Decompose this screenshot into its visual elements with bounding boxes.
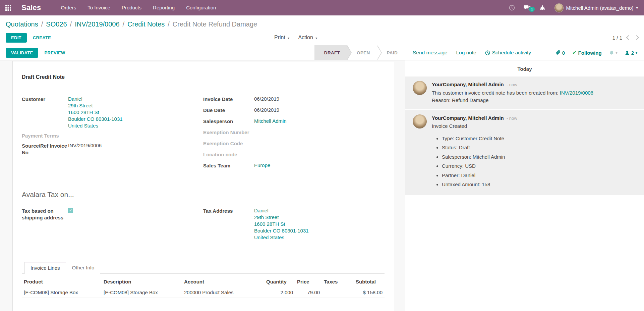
list-item: Type: Customer Credit Note (442, 135, 517, 143)
cell-account[interactable]: 200000 Product Sales (182, 287, 264, 298)
menu-orders[interactable]: Orders (55, 0, 82, 15)
user-name: Mitchell Admin (avatax_demo) (566, 5, 634, 11)
message-time: - now (507, 82, 517, 87)
notebook-tabs: Invoice Lines Other Info (22, 261, 385, 274)
tax-address-line[interactable]: Boulder CO 80301-1031 (254, 227, 309, 234)
document-title: Draft Credit Note (22, 74, 385, 80)
preview-button[interactable]: PREVIEW (44, 50, 65, 55)
follower-count: 2 (631, 50, 634, 56)
cell-taxes[interactable] (322, 287, 354, 298)
tab-invoice-lines[interactable]: Invoice Lines (24, 262, 66, 274)
followers-button[interactable]: 2 ▾ (625, 50, 637, 56)
pager-next-icon[interactable] (634, 35, 639, 40)
attachments-button[interactable]: 0 (556, 50, 565, 56)
print-dropdown[interactable]: Print ▾ (274, 35, 289, 41)
message-author[interactable]: YourCompany, Mitchell Admin (432, 82, 504, 87)
col-header-taxes[interactable]: Taxes (322, 276, 354, 287)
cell-description[interactable]: [E-COM08] Storage Box (102, 287, 182, 298)
breadcrumb-quotations[interactable]: Quotations (6, 20, 38, 28)
form-sheet: Draft Credit Note Customer Daniel 29th S… (12, 61, 394, 311)
following-button[interactable]: ✔ Following (572, 50, 602, 56)
debug-bug-icon[interactable] (535, 5, 550, 11)
tax-address-line[interactable]: 29th Street (254, 214, 309, 221)
message-count-badge: 1 (529, 7, 534, 12)
tax-address-value: Daniel 29th Street 1600 28TH St Boulder … (254, 207, 309, 241)
tax-address-line[interactable]: 1600 28TH St (254, 221, 309, 227)
chevron-down-icon: ▾ (616, 51, 618, 55)
table-row[interactable]: [E-COM08] Storage Box [E-COM08] Storage … (22, 287, 385, 298)
customer-name-link[interactable]: Daniel (68, 96, 123, 102)
chatter-panel: Send message Log note Schedule activity … (405, 45, 644, 311)
customer-address-line[interactable]: Boulder CO 80301-1031 (68, 116, 123, 122)
person-icon (625, 50, 630, 55)
list-item: Untaxed Amount: 158 (442, 181, 517, 189)
tax-address-label: Tax Address (203, 207, 254, 241)
list-item: Currency: USD (442, 162, 517, 170)
col-header-price[interactable]: Price (295, 276, 322, 287)
col-header-product[interactable]: Product (22, 276, 102, 287)
menu-to-invoice[interactable]: To Invoice (82, 0, 116, 15)
invoice-date-value[interactable]: 06/20/2019 (254, 96, 279, 103)
col-header-quantity[interactable]: Quantity (264, 276, 295, 287)
cell-product[interactable]: [E-COM08] Storage Box (22, 287, 102, 298)
col-header-description[interactable]: Description (102, 276, 182, 287)
customer-value: Daniel 29th Street 1600 28TH St Boulder … (68, 96, 123, 129)
tab-other-info[interactable]: Other Info (66, 262, 101, 274)
attachment-count: 0 (562, 50, 565, 56)
sales-team-label: Sales Team (203, 162, 254, 169)
bell-icon (609, 50, 614, 55)
validate-button[interactable]: VALIDATE (6, 48, 38, 58)
cell-quantity[interactable]: 2.000 (264, 287, 295, 298)
col-header-account[interactable]: Account (182, 276, 264, 287)
tax-shipping-checkbox[interactable]: ✓ (68, 208, 73, 213)
sales-team-link[interactable]: Europe (254, 162, 270, 169)
messages-icon[interactable]: 1 (519, 5, 535, 11)
menu-reporting[interactable]: Reporting (147, 0, 180, 15)
paperclip-icon (556, 50, 561, 55)
notify-bell-button[interactable]: ▾ (609, 50, 618, 55)
chevron-down-icon: ▾ (636, 51, 637, 55)
pager-previous-icon[interactable] (626, 35, 631, 40)
schedule-activity-button[interactable]: Schedule activity (485, 50, 531, 56)
source-ref-value: INV/2019/0006 (68, 142, 102, 156)
activities-clock-icon[interactable] (505, 5, 519, 11)
chatter-message: YourCompany, Mitchell Admin - now Invoic… (405, 110, 644, 195)
send-message-button[interactable]: Send message (413, 50, 447, 56)
edit-button[interactable]: EDIT (6, 33, 27, 43)
message-author[interactable]: YourCompany, Mitchell Admin (432, 115, 504, 121)
customer-address-line[interactable]: 29th Street (68, 102, 123, 109)
app-title: Sales (21, 3, 41, 12)
tax-address-line[interactable]: United States (254, 234, 309, 241)
breadcrumb-so026[interactable]: SO026 (46, 20, 67, 28)
message-detail-list: Type: Customer Credit Note Status: Draft… (442, 135, 517, 189)
menu-configuration[interactable]: Configuration (180, 0, 222, 15)
tax-address-line[interactable]: Daniel (254, 207, 309, 214)
salesperson-link[interactable]: Mitchell Admin (254, 118, 287, 124)
breadcrumb-credit-notes[interactable]: Credit Notes (127, 20, 165, 28)
cell-price[interactable]: 79.00 (295, 287, 322, 298)
customer-address-line[interactable]: 1600 28TH St (68, 109, 123, 116)
invoice-date-label: Invoice Date (203, 96, 254, 103)
apps-menu-button[interactable] (0, 0, 16, 15)
due-date-value[interactable]: 06/20/2019 (254, 107, 279, 114)
status-step-open[interactable]: OPEN (347, 45, 377, 60)
message-reason: Reason: Refund Damage (432, 97, 488, 103)
clock-icon (485, 50, 490, 55)
log-note-button[interactable]: Log note (456, 50, 476, 56)
invoice-origin-link[interactable]: INV/2019/0006 (560, 90, 593, 96)
message-thread: Today YourCompany, Mitchell Admin - now … (405, 60, 644, 311)
breadcrumb-invoice[interactable]: INV/2019/0006 (75, 20, 119, 28)
menu-products[interactable]: Products (116, 0, 147, 15)
customer-address-line[interactable]: United States (68, 122, 123, 129)
statusbar: VALIDATE PREVIEW DRAFT OPEN PAID (0, 45, 405, 60)
user-menu[interactable]: Mitchell Admin (avatax_demo) ▾ (554, 3, 638, 12)
source-ref-label: Source/Ref Invoice No (22, 142, 68, 156)
create-button[interactable]: CREATE (33, 35, 51, 40)
avalara-section-title: Avalara Tax on... (22, 191, 385, 199)
status-step-draft[interactable]: DRAFT (315, 45, 347, 60)
apps-grid-icon (5, 5, 11, 11)
list-item: Salesperson: Mitchell Admin (442, 153, 517, 161)
action-dropdown[interactable]: Action ▾ (298, 35, 317, 41)
col-header-subtotal[interactable]: Subtotal (354, 276, 385, 287)
cell-subtotal[interactable]: $ 158.00 (354, 287, 385, 298)
